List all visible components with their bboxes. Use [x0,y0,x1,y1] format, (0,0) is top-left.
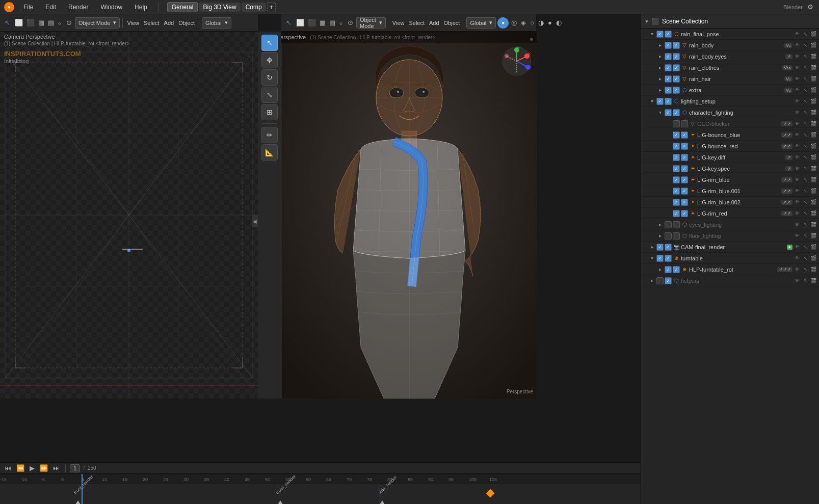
check-lighting-setup[interactable] [656,98,664,105]
check2-character-lighting[interactable] [673,109,680,116]
outliner-row-hlp-turntable-rot[interactable]: ▸ ⊕ HLP-turntable_rot ↗↗↗ 👁 ↖ 🎬 [641,264,819,275]
eye-lig-key-diff[interactable]: 👁 [794,154,801,161]
scene-collection-expand[interactable]: ▾ [645,18,648,25]
render-lig-bounce-red[interactable]: 🎬 [810,143,817,150]
render-geo-blocker[interactable]: 🎬 [810,120,817,127]
render-rain-body-eyes[interactable]: 🎬 [810,53,817,60]
expand-lig-bounce-red[interactable] [665,143,672,150]
timeline-track[interactable]: front_render back_render side_render [0,484,641,504]
check2-lig-rim-blue-002[interactable] [681,199,688,206]
menu-help[interactable]: Help [131,3,150,12]
snap2-icon[interactable]: ⬛ [25,18,36,28]
timeline-step-back[interactable]: ⏪ [15,463,26,473]
cursor-floor-lighting[interactable]: ↖ [802,232,809,240]
check-lig-rim-red[interactable] [673,210,680,217]
expand-floor-lighting[interactable]: ▸ [656,232,664,240]
render-lig-bounce-blue[interactable]: 🎬 [810,131,817,139]
render-lig-rim-blue-002[interactable]: 🎬 [810,199,817,206]
check2-floor-lighting[interactable] [673,232,680,240]
eye-floor-lighting[interactable]: 👁 [794,232,801,240]
render-extra[interactable]: 🎬 [810,87,817,94]
eye-lig-rim-blue[interactable]: 👁 [794,176,801,183]
outliner-row-character-lighting[interactable]: ▾ ⬡ character_lighting 👁 ↖ 🎬 [641,107,819,118]
outliner-row-lig-bounce-red[interactable]: ☀ LIG-bounce_red ↗↗ 👁 ↖ 🎬 [641,141,819,152]
viewport-3d[interactable]: Front Perspective (1) Scene Collection |… [258,32,537,399]
render-rain-clothes[interactable]: 🎬 [810,64,817,71]
expand-hlp-turntable-rot[interactable]: ▸ [656,266,664,273]
view-btn[interactable]: View [125,19,141,27]
check2-rain-body-eyes[interactable] [673,53,680,60]
snap3-icon[interactable]: ▦ [37,18,46,28]
cursor-hlp-turntable-rot[interactable]: ↖ [802,266,809,273]
check-helpers[interactable] [656,277,664,284]
shading3-icon[interactable]: ● [546,18,553,28]
check2-extra[interactable] [673,87,680,94]
shading4-icon[interactable]: ◐ [554,18,563,28]
select-btn[interactable]: Select [142,19,161,27]
add-r-btn[interactable]: Add [428,19,441,27]
outliner-row-lighting-setup[interactable]: ▾ ⬡ lighting_setup 👁 ↖ 🎬 [641,96,819,107]
menu-file[interactable]: File [20,3,36,12]
cursor-helpers[interactable]: ↖ [802,277,809,284]
snap-r2-icon[interactable]: ⬛ [306,18,318,28]
check-lig-key-spec[interactable] [673,165,680,172]
cursor-eyes-lighting[interactable]: ↖ [802,221,809,228]
outliner-row-rain-body-eyes[interactable]: ▸ ▽ rain_body.eyes ↗ 👁 ↖ 🎬 [641,51,819,62]
object-btn[interactable]: Object [177,19,196,27]
timeline-play-end[interactable]: ⏭ [51,463,61,473]
check2-rain-clothes[interactable] [673,64,680,71]
view-r-btn[interactable]: View [391,19,406,27]
outliner-row-extra[interactable]: ▸ ⬡ extra V₈ 👁 ↖ 🎬 [641,85,819,96]
expand-lig-rim-blue-002[interactable] [665,199,672,206]
check2-eyes-lighting[interactable] [673,221,680,228]
outliner-row-lig-rim-red[interactable]: ☀ LIG-rim_red ↗↗ 👁 ↖ 🎬 [641,208,819,219]
check2-cam-final-render[interactable] [665,244,672,251]
expand-lig-key-spec[interactable] [665,165,672,172]
check-eyes-lighting[interactable] [665,221,672,228]
outliner-row-rain-final-pose[interactable]: ▾ ⬡ rain_final_pose 👁 ↖ 🎬 [641,29,819,40]
check-rain-body[interactable] [665,42,672,49]
eye-eyes-lighting[interactable]: 👁 [794,221,801,228]
check2-lig-bounce-red[interactable] [681,143,688,150]
expand-eyes-lighting[interactable]: ▸ [656,221,664,228]
snap-icon[interactable]: ⬜ [13,18,24,28]
check-rain-final-pose[interactable] [656,31,664,38]
render-floor-lighting[interactable]: 🎬 [810,232,817,240]
render-rain-final-pose[interactable]: 🎬 [810,31,817,38]
check-lig-bounce-blue[interactable] [673,131,680,139]
check-turntable[interactable] [656,255,664,262]
render-lig-rim-red[interactable]: 🎬 [810,210,817,217]
transform-r-dropdown[interactable]: Global▾ [466,17,496,29]
eye-rain-final-pose[interactable]: 👁 [794,31,801,38]
outliner-row-lig-key-diff[interactable]: ☀ LIG-key.diff ↗ 👁 ↖ 🎬 [641,152,819,163]
timeline-step-fwd[interactable]: ⏩ [38,463,49,473]
menu-window[interactable]: Window [97,3,125,12]
outliner-row-lig-bounce-blue[interactable]: ☀ LIG-bounce_blue ↗↗ 👁 ↖ 🎬 [641,129,819,141]
cursor-character-lighting[interactable]: ↖ [802,109,809,116]
expand-extra[interactable]: ▸ [656,87,664,94]
expand-lig-bounce-blue[interactable] [665,131,672,139]
outliner-row-lig-rim-blue[interactable]: ☀ LIG-rim_blue ↗↗ 👁 ↖ 🎬 [641,174,819,185]
viewport-gizmo[interactable]: X Y Z [501,46,532,76]
render-helpers[interactable]: 🎬 [810,277,817,284]
xray-icon[interactable]: ◈ [519,18,527,28]
check2-turntable[interactable] [665,255,672,262]
outliner-row-rain-hair[interactable]: ▸ ▽ rain_hair V₅ 👁 ↖ 🎬 [641,73,819,85]
current-frame[interactable]: 1 [70,464,80,472]
expand-lig-rim-red[interactable] [665,210,672,217]
tool-annotate[interactable]: ✏ [261,127,278,143]
select-r-btn[interactable]: Select [407,19,426,27]
snap-r1-icon[interactable]: ⬜ [295,18,306,28]
render-eyes-lighting[interactable]: 🎬 [810,221,817,228]
check-lig-bounce-red[interactable] [673,143,680,150]
check2-rain-hair[interactable] [673,75,680,83]
cursor-rain-final-pose[interactable]: ↖ [802,31,809,38]
expand-lighting-setup[interactable]: ▾ [648,98,655,105]
render-rain-body[interactable]: 🎬 [810,42,817,49]
expand-rain-body-eyes[interactable]: ▸ [656,53,664,60]
render-cam-final-render[interactable]: 🎬 [810,244,817,251]
shading2-icon[interactable]: ◑ [537,18,545,28]
eye-lig-rim-blue-001[interactable]: 👁 [794,188,801,195]
snap-r3-icon[interactable]: ▦ [318,18,327,28]
check-rain-clothes[interactable] [665,64,672,71]
